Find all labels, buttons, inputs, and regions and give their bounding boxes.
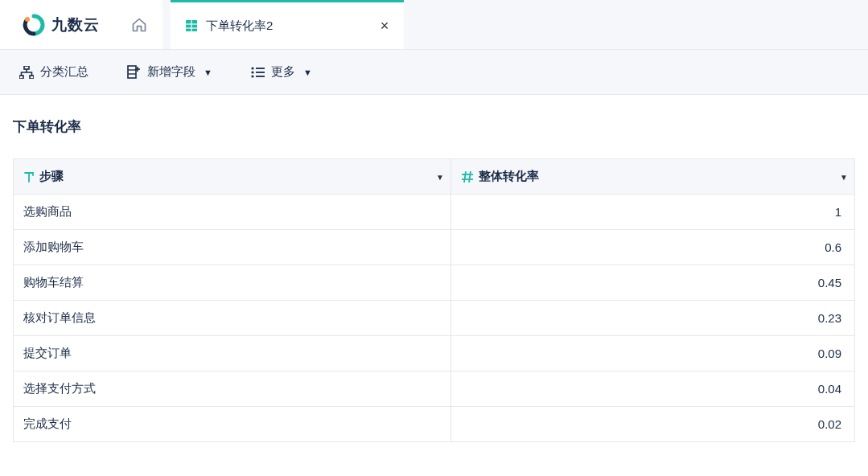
top-bar: 九数云 下单转化率2 ×	[0, 0, 868, 50]
brand-logo-icon	[23, 14, 45, 36]
cell-step: 提交订单	[14, 336, 451, 371]
svg-point-17	[251, 75, 253, 77]
table-row: 提交订单0.09	[14, 336, 855, 371]
cell-rate: 0.04	[450, 371, 854, 407]
column-header-step[interactable]: 步骤 ▼	[14, 159, 451, 195]
cell-step: 选购商品	[14, 195, 451, 230]
table-row: 选购商品1	[14, 195, 855, 230]
classify-summary-button[interactable]: 分类汇总	[19, 64, 88, 80]
data-table: 步骤 ▼ 整体转化率	[13, 158, 855, 442]
table-row: 核对订单信息0.23	[14, 301, 855, 336]
svg-line-22	[469, 171, 471, 183]
content-area: 下单转化率 步骤 ▼	[0, 95, 868, 455]
close-icon[interactable]: ×	[376, 18, 393, 34]
toolbar-label-add-field: 新增字段	[147, 64, 195, 80]
cell-rate: 0.45	[450, 265, 854, 301]
table-row: 选择支付方式0.04	[14, 371, 855, 407]
logo-section: 九数云	[0, 0, 116, 49]
cell-step: 核对订单信息	[14, 301, 451, 336]
chevron-down-icon: ▼	[303, 68, 312, 77]
table-row: 完成支付0.02	[14, 407, 855, 442]
table-tab-icon	[185, 19, 198, 32]
cell-step: 选择支付方式	[14, 371, 451, 407]
tab-label: 下单转化率2	[206, 18, 368, 34]
list-icon	[251, 67, 265, 78]
svg-rect-6	[19, 76, 23, 79]
home-icon	[131, 17, 147, 33]
text-type-icon	[23, 171, 35, 183]
hierarchy-icon	[19, 66, 34, 79]
toolbar-label-more: 更多	[271, 64, 295, 80]
chevron-down-icon: ▼	[204, 68, 212, 77]
column-header-rate[interactable]: 整体转化率 ▼	[450, 159, 854, 195]
cell-step: 添加购物车	[14, 230, 451, 265]
cell-rate: 0.02	[450, 407, 854, 442]
filter-dropdown-icon[interactable]: ▼	[436, 172, 444, 181]
toolbar: 分类汇总 新增字段 ▼ 更多 ▼	[0, 50, 868, 95]
toolbar-label-classify: 分类汇总	[40, 64, 88, 80]
add-field-button[interactable]: 新增字段 ▼	[127, 64, 212, 80]
cell-rate: 1	[450, 195, 854, 230]
more-button[interactable]: 更多 ▼	[251, 64, 312, 80]
svg-rect-8	[128, 66, 136, 78]
table-row: 添加购物车0.6	[14, 230, 855, 265]
filter-dropdown-icon[interactable]: ▼	[840, 172, 848, 181]
page-title: 下单转化率	[13, 117, 855, 136]
tab-active[interactable]: 下单转化率2 ×	[171, 0, 404, 49]
svg-point-13	[251, 67, 253, 69]
cell-step: 购物车结算	[14, 265, 451, 301]
cell-rate: 0.23	[450, 301, 854, 336]
number-type-icon	[461, 171, 474, 183]
svg-point-0	[25, 17, 30, 22]
table-row: 购物车结算0.45	[14, 265, 855, 301]
svg-rect-5	[24, 66, 29, 69]
add-column-icon	[127, 65, 141, 79]
svg-line-21	[464, 171, 466, 183]
svg-rect-7	[30, 76, 34, 79]
svg-point-15	[251, 71, 253, 73]
brand-name: 九数云	[51, 14, 100, 35]
column-label: 步骤	[39, 169, 64, 184]
home-button[interactable]	[116, 0, 162, 49]
column-label: 整体转化率	[479, 169, 539, 184]
cell-step: 完成支付	[14, 407, 451, 442]
cell-rate: 0.09	[450, 336, 854, 371]
cell-rate: 0.6	[450, 230, 854, 265]
